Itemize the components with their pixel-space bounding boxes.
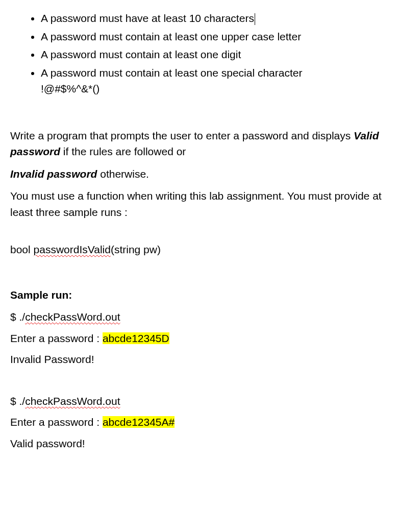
function-signature: bool passwordIsValid(string pw) xyxy=(10,241,387,258)
cmd-name: checkPassWord.out xyxy=(25,311,120,323)
sample-result: Invalid Password! xyxy=(10,351,387,368)
rule-text: !@#$%^&*() xyxy=(41,83,100,94)
sample-command: $ ./checkPassWord.out xyxy=(10,309,387,325)
sample-heading: Sample run: xyxy=(10,287,387,303)
cmd-prefix: $ ./ xyxy=(10,311,25,323)
rules-list: A password must have at least 10 charact… xyxy=(10,10,387,97)
spacer xyxy=(10,264,387,287)
instruction-paragraph: Invalid password otherwise. xyxy=(10,166,387,182)
instruction-text: otherwise. xyxy=(97,168,149,180)
instruction-paragraph: You must use a function when writing thi… xyxy=(10,188,387,220)
spacer xyxy=(10,112,387,128)
rule-text: A password must have at least 10 charact… xyxy=(41,12,254,24)
sample-prompt-line: Enter a password : abcde12345D xyxy=(10,330,387,347)
sample-input: abcde12345D xyxy=(103,332,169,344)
instruction-text: Write a program that prompts the user to… xyxy=(10,130,354,141)
instruction-text: You must use a function when writing thi… xyxy=(10,190,382,218)
spacer xyxy=(10,226,387,241)
rule-text: A password must contain at least one spe… xyxy=(41,67,302,79)
rule-item: A password must contain at least one spe… xyxy=(41,65,387,97)
sample-result: Valid password! xyxy=(10,436,387,452)
invalid-label: Invalid password xyxy=(10,168,97,180)
text-cursor xyxy=(255,13,255,25)
func-pre: bool xyxy=(10,244,34,255)
instruction-text: if the rules are followed or xyxy=(60,146,186,157)
func-post: (string pw) xyxy=(111,244,161,255)
spacer xyxy=(10,373,387,388)
sample-input: abcde12345A# xyxy=(103,416,175,428)
sample-prompt: Enter a password : xyxy=(10,416,103,428)
rule-text: A password must contain at least one upp… xyxy=(41,31,301,42)
instruction-paragraph: Write a program that prompts the user to… xyxy=(10,128,387,160)
rule-item: A password must contain at least one upp… xyxy=(41,29,387,45)
func-name: passwordIsValid xyxy=(34,244,111,255)
rule-item: A password must have at least 10 charact… xyxy=(41,10,387,27)
sample-prompt-line: Enter a password : abcde12345A# xyxy=(10,414,387,430)
rule-item: A password must contain at least one dig… xyxy=(41,46,387,63)
sample-command: $ ./checkPassWord.out xyxy=(10,393,387,409)
rule-text: A password must contain at least one dig… xyxy=(41,49,241,60)
cmd-name: checkPassWord.out xyxy=(25,395,120,407)
sample-prompt: Enter a password : xyxy=(10,332,103,344)
cmd-prefix: $ ./ xyxy=(10,395,25,407)
